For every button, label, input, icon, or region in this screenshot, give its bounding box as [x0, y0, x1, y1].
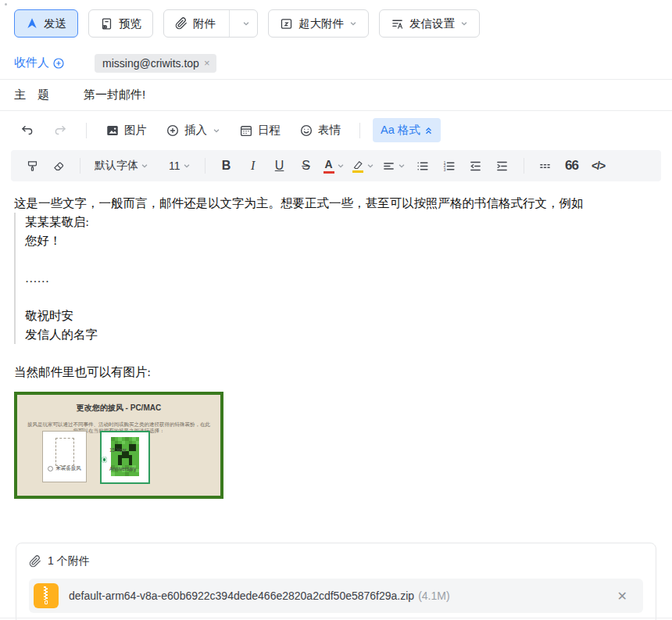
bold-button[interactable]: B: [215, 154, 238, 177]
font-color-chevron[interactable]: [337, 162, 345, 170]
large-attachment-icon: [280, 17, 293, 30]
send-settings-label: 发信设置: [409, 16, 455, 31]
double-chevron-up-icon: [424, 126, 433, 135]
redo-icon: [53, 124, 67, 138]
blank-line: [14, 344, 658, 363]
send-settings-chevron: [460, 20, 468, 27]
blockquote-line: 某某某敬启:: [25, 213, 658, 231]
bullet-list-icon: [416, 159, 429, 173]
numbered-list-button[interactable]: 1 2 3: [438, 154, 461, 177]
attachment-remove-icon[interactable]: ✕: [614, 587, 631, 605]
align-icon: [382, 159, 395, 173]
redo-button[interactable]: [47, 119, 73, 142]
blockquote-line: 敬祝时安: [25, 306, 658, 325]
format-toolbar: 默认字体 11 B I U S A 1 2: [11, 150, 661, 181]
recipient-row: 收件人 missing@criwits.top ×: [0, 47, 672, 80]
large-attachment-chevron: [349, 20, 357, 27]
attachment-button[interactable]: 附件: [163, 9, 258, 38]
outdent-button[interactable]: [464, 154, 488, 177]
toolbar-divider: [86, 123, 87, 138]
embedded-image-minecraft-cape-dialog[interactable]: 更改您的披风 - PC/MAC 披风是玩家可以通过不同事件、活动时间或购买之类的…: [14, 392, 223, 499]
bullet-list-button[interactable]: [411, 154, 434, 177]
font-size-value: 11: [169, 159, 181, 172]
recipient-label: 收件人: [14, 56, 49, 70]
subject-row: 主 题 第一封邮件!: [0, 80, 672, 111]
undo-icon: [20, 124, 34, 138]
format-painter-button[interactable]: [20, 154, 44, 177]
toolbar-divider: [524, 158, 524, 174]
schedule-button[interactable]: 日程: [233, 118, 287, 142]
emoji-icon: [299, 124, 313, 138]
italic-button[interactable]: I: [241, 154, 265, 177]
insert-button[interactable]: 插入: [159, 118, 227, 142]
svg-text:3: 3: [444, 167, 446, 171]
attachment-header: 1 个附件: [29, 554, 643, 568]
body-blockquote: 某某某敬启: 您好！ …… 敬祝时安 发信人的名字: [14, 213, 658, 344]
align-chevron[interactable]: [398, 162, 406, 170]
insert-chevron: [213, 127, 220, 134]
font-family-select[interactable]: 默认字体: [90, 154, 153, 177]
large-attachment-button[interactable]: 超大附件: [268, 9, 369, 38]
blockquote-line: ……: [25, 269, 658, 288]
highlight-chevron[interactable]: [366, 162, 374, 170]
insert-image-button[interactable]: 图片: [99, 118, 153, 142]
attachment-dropdown-chevron[interactable]: [235, 10, 257, 37]
italic-glyph: I: [251, 159, 255, 173]
send-settings-icon: [391, 17, 404, 30]
undo-button[interactable]: [14, 119, 41, 142]
blockquote-button[interactable]: 66: [560, 154, 584, 177]
format-toggle-button[interactable]: Aa 格式: [373, 118, 441, 142]
attachment-count-label: 1 个附件: [48, 554, 90, 568]
cape-card-none: 未装备披风: [42, 431, 87, 482]
send-button-label: 发送: [44, 16, 66, 31]
recipient-label-group[interactable]: 收件人: [14, 56, 65, 70]
strikethrough-button[interactable]: S: [295, 154, 318, 177]
emoji-button[interactable]: 表情: [293, 118, 347, 142]
radio-selected-icon: [102, 457, 107, 463]
insert-plus-icon: [166, 124, 180, 138]
underline-glyph: U: [275, 159, 284, 173]
font-family-value: 默认字体: [95, 159, 138, 173]
paperclip-icon: [29, 555, 41, 568]
attachment-button-label: 附件: [193, 16, 216, 31]
attachment-panel: 1 个附件 default-arm64-v8a-e60b6922c394dede…: [16, 543, 656, 620]
highlight-button[interactable]: [350, 154, 377, 177]
preview-button-label: 预览: [119, 16, 141, 31]
bold-glyph: B: [222, 159, 231, 173]
subject-input[interactable]: 第一封邮件!: [84, 88, 145, 102]
embedded-image-title: 更改您的披风 - PC/MAC: [17, 395, 220, 418]
compose-action-toolbar: 发送 预览 附件 超大附件: [0, 0, 672, 47]
cape-options: 未装备披风: [17, 431, 220, 484]
underline-button[interactable]: U: [268, 154, 291, 177]
body-paragraph-1: 这是一些文字，一般而言，邮件还是以文字为主。想要正式一些，甚至可以按照严格的书信…: [14, 194, 658, 213]
preview-icon: [100, 17, 113, 30]
font-size-select[interactable]: 11: [164, 154, 195, 177]
divider-line-icon: [538, 159, 552, 173]
send-button[interactable]: 发送: [14, 9, 78, 38]
align-button[interactable]: [380, 154, 408, 177]
clear-format-button[interactable]: [47, 154, 70, 177]
font-color-button[interactable]: A: [321, 154, 347, 177]
cape-card-anniversary: 15 Year Anniversary: [100, 431, 150, 484]
toolbar-divider: [359, 123, 360, 138]
indent-button[interactable]: [491, 154, 514, 177]
recipient-chip[interactable]: missing@criwits.top ×: [95, 54, 216, 73]
add-recipient-icon[interactable]: [52, 57, 65, 70]
toolbar-divider: [205, 158, 206, 174]
recipient-chip-remove-icon[interactable]: ×: [204, 57, 210, 69]
attachment-split-divider: [229, 10, 230, 37]
highlight-icon: [352, 159, 364, 173]
divider-line-button[interactable]: [534, 154, 557, 177]
blockquote-line: [25, 288, 658, 306]
preview-button[interactable]: 预览: [88, 9, 153, 38]
cape-selected-label: 15 Year Anniversary: [109, 441, 148, 478]
code-button[interactable]: </>: [587, 154, 610, 177]
recipient-chip-email: missing@criwits.top: [102, 57, 199, 70]
toolbar-divider: [80, 158, 80, 174]
image-icon: [105, 124, 120, 138]
send-settings-button[interactable]: 发信设置: [379, 9, 480, 38]
blockquote-line: 您好！: [25, 231, 658, 250]
attachment-item[interactable]: default-arm64-v8a-e60b6922c394dede466e28…: [29, 579, 643, 613]
compose-body-editor[interactable]: 这是一些文字，一般而言，邮件还是以文字为主。想要正式一些，甚至可以按照严格的书信…: [0, 181, 672, 499]
font-color-icon: A: [323, 159, 334, 174]
